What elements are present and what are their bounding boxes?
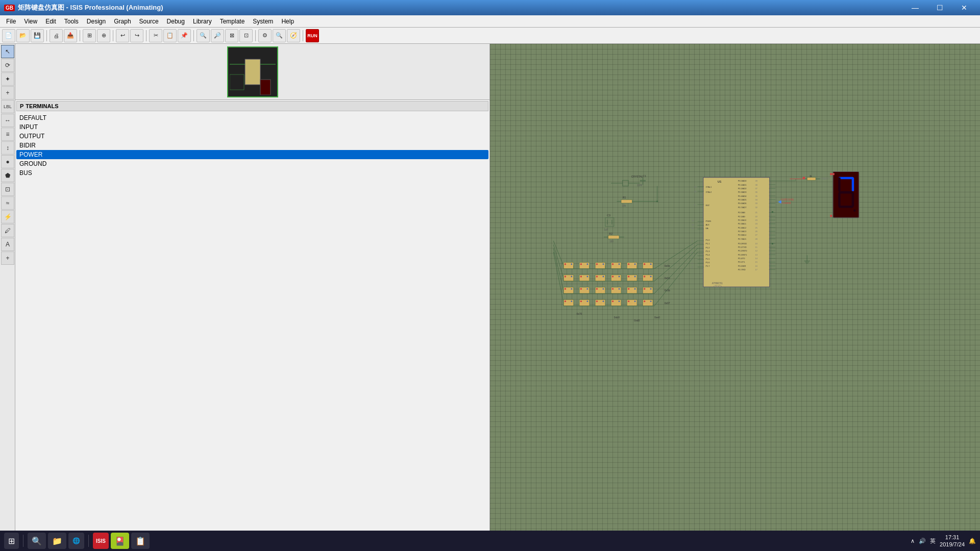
- tray-lang[interactable]: 英: [930, 537, 936, 545]
- svg-text:PSEN: PSEN: [705, 220, 711, 222]
- tb-zoomarea[interactable]: ⊡: [239, 29, 253, 42]
- tb-search[interactable]: 🔍: [273, 29, 286, 42]
- menu-source[interactable]: Source: [135, 16, 163, 27]
- menu-help[interactable]: Help: [277, 16, 298, 27]
- tb-print[interactable]: 🖨: [50, 29, 63, 42]
- tool-port[interactable]: ↕: [1, 141, 14, 155]
- taskbar-app3[interactable]: 📋: [131, 533, 150, 549]
- terminal-bidir[interactable]: BIDIR: [16, 141, 488, 150]
- terminal-default[interactable]: DEFAULT: [16, 113, 488, 122]
- svg-rect-4: [230, 74, 244, 90]
- tb-grid[interactable]: ⊞: [83, 29, 96, 42]
- tb-prop[interactable]: ⚙: [258, 29, 272, 42]
- terminal-input[interactable]: INPUT: [16, 122, 488, 132]
- svg-text:8: 8: [692, 266, 693, 268]
- terminal-output[interactable]: OUTPUT: [16, 132, 488, 141]
- menu-design[interactable]: Design: [83, 16, 110, 27]
- tb-paste[interactable]: 📌: [178, 29, 191, 42]
- tb-open[interactable]: 📂: [16, 29, 30, 42]
- tb-origin[interactable]: ⊕: [97, 29, 110, 42]
- menu-debug[interactable]: Debug: [163, 16, 189, 27]
- tb-save[interactable]: 💾: [31, 29, 44, 42]
- menu-tools[interactable]: Tools: [60, 16, 83, 27]
- menu-template[interactable]: Template: [216, 16, 249, 27]
- svg-point-233: [596, 300, 598, 302]
- menu-library[interactable]: Library: [189, 16, 216, 27]
- tray-volume[interactable]: 🔊: [919, 538, 926, 544]
- tool-draw-wire[interactable]: 🖊: [1, 224, 14, 237]
- tb-import[interactable]: 📥: [64, 29, 77, 42]
- svg-rect-6: [623, 180, 628, 186]
- menu-file[interactable]: File: [2, 16, 20, 27]
- tb-cut[interactable]: ✂: [149, 29, 162, 42]
- tool-junction[interactable]: ✦: [1, 72, 14, 86]
- svg-point-169: [619, 263, 620, 265]
- tool-virtual[interactable]: ●: [1, 155, 14, 168]
- minimize-button[interactable]: —: [903, 0, 927, 15]
- tb-undo[interactable]: ↩: [116, 29, 129, 42]
- svg-text:EA: EA: [705, 227, 708, 230]
- menu-graph[interactable]: Graph: [110, 16, 135, 27]
- tb-zoomout[interactable]: 🔎: [211, 29, 224, 42]
- svg-point-200: [644, 276, 645, 277]
- tool-label[interactable]: LBL: [1, 100, 14, 113]
- svg-text:1k: 1k: [810, 175, 813, 178]
- tb-sep5: [193, 30, 194, 41]
- tool-generator[interactable]: ≈: [1, 196, 14, 210]
- svg-text:P3.6/WR: P3.6/WR: [738, 265, 746, 267]
- tool-component[interactable]: ⟳: [1, 59, 14, 72]
- svg-text:P2.7/A15: P2.7/A15: [738, 238, 747, 240]
- preview-canvas: [227, 46, 278, 97]
- svg-rect-211: [595, 287, 605, 293]
- tb-nav[interactable]: 🧭: [287, 29, 300, 42]
- tool-wire[interactable]: +: [1, 86, 14, 99]
- tool-text[interactable]: A: [1, 238, 14, 251]
- terminal-bus[interactable]: BUS: [16, 168, 488, 178]
- tb-copy[interactable]: 📋: [163, 29, 177, 42]
- tool-terminal[interactable]: ≡: [1, 128, 14, 141]
- tb-redo[interactable]: ↪: [130, 29, 143, 42]
- tool-add[interactable]: +: [1, 252, 14, 265]
- taskbar-app2[interactable]: 🎴: [111, 533, 129, 549]
- svg-point-210: [586, 288, 588, 290]
- tool-probe[interactable]: ⬟: [1, 169, 14, 182]
- tb-fit[interactable]: ⊠: [225, 29, 238, 42]
- menu-view[interactable]: View: [20, 16, 41, 27]
- tool-tape[interactable]: ⊡: [1, 183, 14, 196]
- svg-point-168: [612, 263, 614, 265]
- svg-rect-270: [839, 191, 853, 194]
- taskbar-files[interactable]: 📁: [48, 533, 66, 549]
- taskbar-clock[interactable]: 17:31 2019/7/24: [940, 534, 965, 548]
- terminal-ground[interactable]: GROUND: [16, 159, 488, 168]
- menu-system[interactable]: System: [249, 16, 277, 27]
- tool-select[interactable]: ↖: [1, 45, 14, 58]
- canvas-area[interactable]: CRYSTAL C1 22PF R1 10k C3 1uF R2: [490, 44, 980, 536]
- tray-notifications[interactable]: 🔔: [969, 538, 976, 544]
- svg-text:P3.0/RXD: P3.0/RXD: [738, 242, 747, 245]
- svg-rect-214: [611, 287, 621, 293]
- tb-run[interactable]: RUN: [306, 29, 319, 42]
- maximize-button[interactable]: ☐: [928, 0, 951, 15]
- terminals-title: TERMINALS: [26, 103, 58, 109]
- tool-voltage[interactable]: ⚡: [1, 210, 14, 223]
- svg-rect-279: [832, 173, 835, 175]
- svg-rect-271: [852, 193, 854, 207]
- svg-point-209: [580, 288, 582, 290]
- tool-bus[interactable]: ↔: [1, 114, 14, 127]
- svg-text:P3.4/T0: P3.4/T0: [738, 257, 746, 260]
- svg-point-185: [565, 276, 566, 277]
- tb-zoomin[interactable]: 🔍: [197, 29, 210, 42]
- terminal-power[interactable]: POWER: [16, 150, 488, 159]
- menu-edit[interactable]: Edit: [41, 16, 60, 27]
- start-button[interactable]: ⊞: [4, 533, 19, 549]
- tray-expand[interactable]: ∧: [911, 538, 915, 544]
- svg-text:P1.3: P1.3: [705, 250, 710, 253]
- close-button[interactable]: ✕: [952, 0, 976, 15]
- svg-text:31: 31: [692, 227, 694, 230]
- taskbar-search[interactable]: 🔍: [28, 533, 46, 549]
- taskbar-cortana[interactable]: 🌐: [68, 533, 84, 549]
- tb-new[interactable]: 📄: [2, 29, 15, 42]
- taskbar-isis[interactable]: ISIS: [93, 533, 109, 549]
- svg-text:1: 1: [692, 240, 693, 242]
- svg-text:36: 36: [755, 191, 758, 193]
